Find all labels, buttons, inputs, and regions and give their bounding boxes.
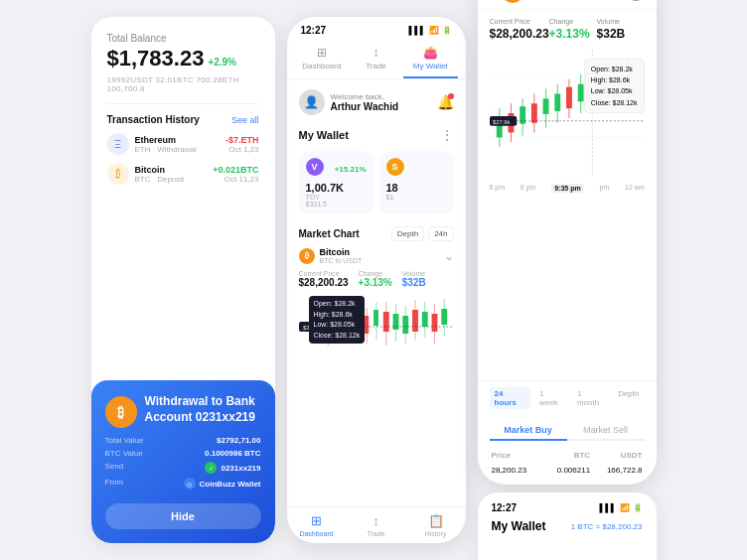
- modal-send-row: Send ✓ 0231xx219: [105, 462, 261, 474]
- notification-wrap: 🔔: [437, 93, 454, 111]
- price-col-current: Current Price $28,200.23: [299, 270, 349, 288]
- modal-btc-label: BTC Value: [105, 449, 143, 458]
- market-buy-btn[interactable]: Market Buy: [490, 421, 567, 441]
- info-button[interactable]: ⓘ: [627, 0, 645, 1]
- volume-val: $32B: [402, 277, 426, 288]
- chart-time-labels: 6 pm 8 pm 9:35 pm pm 12 am: [490, 184, 645, 193]
- market-section: Market Chart Depth 24h ₿ Bitcoin BTC to …: [299, 226, 454, 353]
- hide-button[interactable]: Hide: [105, 503, 261, 529]
- svg-rect-13: [441, 309, 447, 325]
- current-price-label: Current Price: [299, 270, 349, 277]
- p4-signal: ▌▌▌: [599, 503, 616, 512]
- market-toggle: Market Buy Market Sell: [490, 421, 645, 441]
- col-price: Price: [492, 449, 541, 462]
- eth-icon: Ξ: [107, 133, 129, 155]
- tx-amount-btc: +0.021BTC: [213, 165, 258, 175]
- btc-name-info: Bitcoin BTC to USDT: [320, 247, 363, 264]
- svg-rect-7: [412, 310, 418, 332]
- wallet-card-ss[interactable]: S 18 $1.: [379, 151, 454, 214]
- svg-rect-43: [542, 98, 548, 114]
- period-depth[interactable]: Depth: [613, 387, 644, 409]
- welcome-info: Welcome back, Arthur Wachid: [331, 92, 399, 112]
- chart-tooltip-p2: Open: $28.2k High: $28.6k Low: $28.05k C…: [309, 296, 366, 344]
- svg-rect-45: [554, 94, 560, 112]
- svg-rect-39: [520, 106, 525, 124]
- period-24h[interactable]: 24 hours: [490, 387, 530, 409]
- trade-icon: ↕: [374, 46, 379, 60]
- tab-dashboard[interactable]: ⊞ Dashboard: [295, 40, 350, 78]
- modal-send-value: 0231xx219: [221, 464, 260, 473]
- modal-send-label: Send: [105, 462, 124, 474]
- tx-history-title: Transaction History: [107, 114, 200, 125]
- wallet-section-header: My Wallet ⋮: [299, 127, 454, 143]
- p3-price-val: $28,200.23: [490, 27, 549, 41]
- btc-icon-tx: ₿: [107, 163, 129, 185]
- p3-chart-tooltip: Open: $28.2k High: $28.6k Low: $28.05k C…: [584, 59, 645, 113]
- svg-rect-27: [374, 310, 378, 326]
- dashboard-icon: ⊞: [317, 46, 327, 60]
- time-6pm: 6 pm: [490, 184, 506, 193]
- tab-trade[interactable]: ↕ Trade: [349, 40, 403, 78]
- p3-tooltip-close: Close: $28.12k: [591, 97, 638, 108]
- ss-amount: 18: [386, 182, 447, 194]
- wallet-card-vidy[interactable]: V +15.21% 1,00.7K TOY $331.5: [299, 151, 374, 214]
- from-addr-icon: ◎: [184, 478, 196, 490]
- svg-rect-49: [577, 84, 583, 102]
- price-stats-row: Current Price $28,200.23 Change +3.13% V…: [299, 270, 454, 288]
- row-price: 28,200.23: [492, 464, 541, 477]
- tx-date-btc: Oct 11,23: [213, 175, 258, 184]
- p4-info: 1 BTC = $28,200.23: [571, 522, 643, 531]
- balance-change: +2.9%: [208, 57, 236, 68]
- btc-expand-icon[interactable]: ⌄: [444, 249, 454, 263]
- bitcoin-detail-phone: 12:27 ▌▌▌ 📶 🔋 ‹ ₿ Bitcoin ⓘ Current Pric…: [478, 0, 657, 485]
- btc-market-row: ₿ Bitcoin BTC to USDT ⌄: [299, 247, 454, 264]
- p3-change-val: +3.13%: [549, 27, 597, 41]
- current-price-val: $28,200.23: [299, 277, 349, 288]
- market-sell-btn[interactable]: Market Sell: [567, 421, 645, 439]
- period-1m[interactable]: 1 month: [572, 387, 609, 409]
- back-button[interactable]: ‹: [490, 0, 496, 3]
- vidy-change: +15.21%: [335, 165, 367, 174]
- welcome-text: Welcome back,: [331, 92, 399, 101]
- notification-dot: [448, 93, 454, 99]
- svg-rect-5: [402, 316, 408, 334]
- modal-from-label: From: [105, 478, 124, 490]
- depth-btn[interactable]: Depth: [391, 226, 424, 241]
- svg-rect-3: [392, 314, 398, 330]
- my-wallet-card: 12:27 ▌▌▌ 📶 🔋 My Wallet 1 BTC = $28,200.…: [478, 492, 657, 560]
- p3-volume-col: Volume $32B: [597, 18, 645, 41]
- market-controls: Depth 24h: [391, 226, 454, 241]
- vidy-amount: 1,00.7K: [306, 182, 367, 194]
- btc-market-icon: ₿: [299, 248, 315, 264]
- see-all-link[interactable]: See all: [231, 115, 259, 125]
- wallet-icon: 👛: [423, 46, 438, 60]
- p3-tooltip-open: Open: $28.2k: [591, 64, 638, 74]
- time-btn[interactable]: 24h: [428, 226, 453, 241]
- p3-btc-icon: ₿: [502, 0, 523, 3]
- tx-date-eth: Oct 1,23: [225, 145, 259, 154]
- wallet-title: My Wallet: [299, 129, 349, 141]
- svg-rect-9: [421, 312, 427, 327]
- bottom-tab-history[interactable]: 📋 History: [406, 507, 466, 543]
- bottom-tab-dashboard[interactable]: ⊞ Dashboard: [287, 507, 347, 543]
- period-1w[interactable]: 1 week: [534, 387, 568, 409]
- tab-my-wallet[interactable]: 👛 My Wallet: [403, 40, 458, 78]
- bottom-history-icon: 📋: [428, 513, 444, 528]
- svg-text:$27.9k: $27.9k: [492, 119, 510, 125]
- bottom-tab-trade[interactable]: ↕ Trade: [347, 507, 406, 543]
- balance-label: Total Balance: [107, 33, 259, 44]
- p3-header: 12:27 ▌▌▌ 📶 🔋 ‹ ₿ Bitcoin ⓘ: [478, 0, 657, 10]
- tx-right-eth: -$7.ETH Oct 1,23: [225, 135, 259, 154]
- svg-rect-41: [530, 103, 536, 123]
- p4-time: 12:27: [492, 502, 518, 513]
- tooltip-high-p2: High: $28.6k: [314, 310, 361, 321]
- p3-change-label: Change: [549, 18, 597, 25]
- status-icons-p2: ▌▌▌ 📶 🔋: [408, 26, 451, 35]
- tooltip-low-p2: Low: $28.05k: [314, 320, 361, 331]
- svg-rect-11: [431, 314, 437, 332]
- vidy-unit: TOY: [306, 194, 367, 201]
- wallet-menu-icon[interactable]: ⋮: [440, 127, 454, 143]
- market-actions: Market Buy Market Sell Price BTC USDT 28…: [478, 415, 657, 485]
- p3-tooltip-high: High: $28.6k: [591, 74, 638, 85]
- status-time-p2: 12:27: [301, 25, 327, 36]
